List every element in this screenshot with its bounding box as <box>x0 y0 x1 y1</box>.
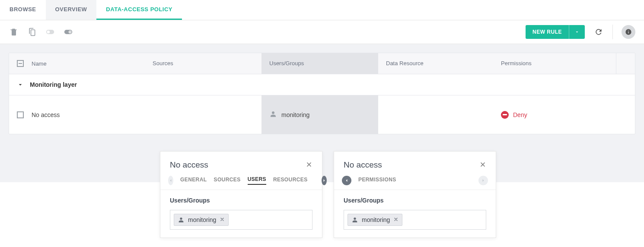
copy-icon[interactable] <box>27 27 37 37</box>
row-name: No access <box>32 111 60 118</box>
delete-icon[interactable] <box>9 27 19 37</box>
top-tabs: BROWSE OVERVIEW DATA-ACCESS POLICY <box>0 0 644 20</box>
toolbar-divider <box>612 25 613 39</box>
tab-overview[interactable]: OVERVIEW <box>46 0 97 20</box>
refresh-icon[interactable] <box>593 27 604 37</box>
new-rule-dropdown[interactable] <box>569 25 585 39</box>
svg-rect-1 <box>69 32 71 32</box>
th-name-label: Name <box>32 60 47 67</box>
cell-permissions-value: Deny <box>513 111 527 118</box>
disable-toggle-icon[interactable] <box>63 27 73 37</box>
panel-permissions: No access PERMISSIONS Users/Groups monit… <box>334 151 496 182</box>
th-actions <box>616 53 635 74</box>
group-row-monitoring-layer[interactable]: Monitoring layer <box>9 74 635 95</box>
ptab-general[interactable]: GENERAL <box>180 177 207 182</box>
panel-tabs: GENERAL SOURCES USERS RESOURCES <box>160 176 322 182</box>
panel-title: No access <box>344 160 382 170</box>
enable-toggle-icon[interactable] <box>45 27 55 37</box>
th-users[interactable]: Users/Groups <box>261 53 378 74</box>
info-icon[interactable] <box>622 25 635 39</box>
rules-table: Name Sources Users/Groups Data Resource … <box>9 53 635 134</box>
cell-permissions: Deny <box>493 95 616 134</box>
th-name: Name <box>9 53 145 74</box>
ptab-resources[interactable]: RESOURCES <box>273 177 308 182</box>
chevron-down-icon <box>17 81 24 88</box>
row-checkbox[interactable] <box>17 111 24 118</box>
select-all-checkbox[interactable] <box>17 60 24 67</box>
toolbar: NEW RULE <box>0 20 644 44</box>
deny-icon <box>501 111 509 119</box>
ptab-sources[interactable]: SOURCES <box>214 177 240 182</box>
panel-nav-prev[interactable] <box>342 176 351 182</box>
cell-data-resource <box>378 95 493 134</box>
ptab-users[interactable]: USERS <box>248 176 266 182</box>
new-rule-button[interactable]: NEW RULE <box>526 25 569 39</box>
close-icon[interactable] <box>479 161 486 169</box>
group-label: Monitoring layer <box>30 81 77 88</box>
th-data-resource[interactable]: Data Resource <box>378 53 493 74</box>
panel-tabs: PERMISSIONS <box>334 176 496 182</box>
close-icon[interactable] <box>306 161 312 169</box>
panel-users: No access GENERAL SOURCES USERS RESOURCE… <box>160 151 322 182</box>
cell-sources <box>145 95 261 134</box>
cell-users: monitoring <box>261 95 378 134</box>
table-row[interactable]: No access monitoring Deny <box>9 95 635 134</box>
panel-nav-prev <box>168 176 173 182</box>
th-sources[interactable]: Sources <box>145 53 261 74</box>
cell-users-value: monitoring <box>281 111 309 118</box>
new-rule-group: NEW RULE <box>526 25 585 39</box>
detail-panels: No access GENERAL SOURCES USERS RESOURCE… <box>160 151 496 182</box>
user-icon <box>269 110 277 119</box>
panel-nav-next <box>478 176 488 182</box>
panel-title: No access <box>170 160 208 170</box>
ptab-permissions[interactable]: PERMISSIONS <box>358 177 396 182</box>
tab-data-access-policy[interactable]: DATA-ACCESS POLICY <box>96 0 182 20</box>
cell-actions <box>616 95 635 134</box>
th-permissions[interactable]: Permissions <box>493 53 616 74</box>
panel-nav-next[interactable] <box>322 176 327 182</box>
tab-browse[interactable]: BROWSE <box>0 0 46 20</box>
cell-name: No access <box>9 95 145 134</box>
table-header-row: Name Sources Users/Groups Data Resource … <box>9 53 635 74</box>
